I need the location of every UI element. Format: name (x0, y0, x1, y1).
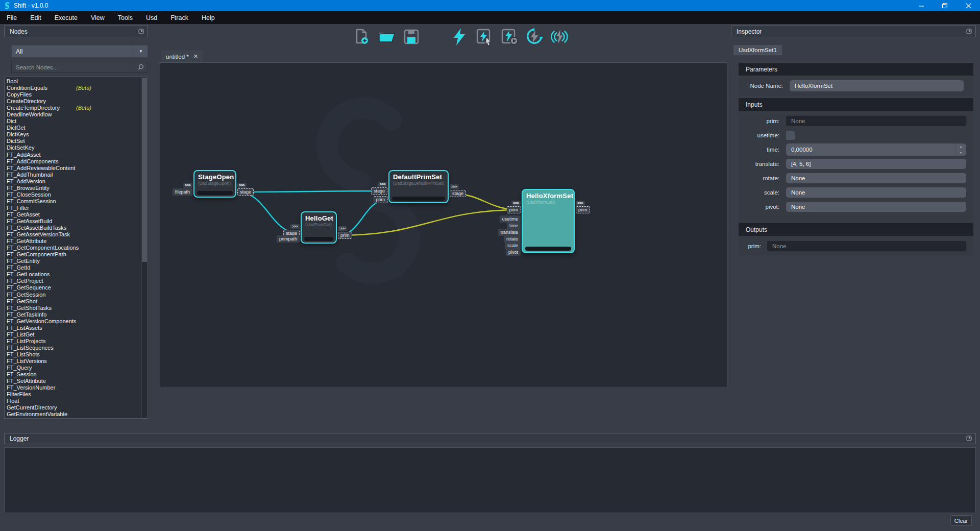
node-list-item[interactable]: FT_CommitSession (5, 198, 141, 205)
node-list-item[interactable]: DictSetKey (5, 144, 141, 151)
search-input[interactable]: Search Nodes... (11, 62, 148, 73)
menu-execute[interactable]: Execute (48, 11, 84, 24)
rotate-field[interactable]: None (786, 173, 966, 183)
open-file-icon[interactable] (377, 28, 396, 46)
node-list-item[interactable]: CopyFiles (5, 91, 141, 98)
node-list-item[interactable]: FT_GetAssetBuildTasks (5, 225, 141, 231)
node-list-item[interactable]: CreateDirectory (5, 98, 141, 105)
tab-close-icon[interactable]: ✕ (193, 53, 198, 60)
input-port-primpath[interactable]: primpath (277, 235, 300, 243)
graph-node-StageOpen[interactable]: StageOpen(UsdStageOpen) (193, 170, 236, 198)
node-list-item[interactable]: FT_Query (5, 365, 141, 371)
node-list-item[interactable]: FT_ListGet (5, 331, 141, 338)
menu-edit[interactable]: Edit (23, 11, 48, 24)
input-arrows-badge[interactable]: >>> (290, 224, 300, 229)
node-list-item[interactable]: FT_AddThumbnail (5, 172, 141, 178)
node-list-item[interactable]: Float (5, 398, 141, 404)
node-list-item[interactable]: FT_GetProject (5, 278, 141, 284)
node-list-item[interactable]: Bool (5, 78, 141, 85)
input-port-usetime[interactable]: usetime (499, 215, 521, 223)
input-port-prim[interactable]: prim (374, 196, 388, 203)
node-list-item[interactable]: DeadlineWorkflow (5, 111, 141, 118)
input-port-translate[interactable]: translate (498, 229, 521, 236)
chevron-down-icon[interactable]: ▼ (134, 45, 148, 57)
time-field[interactable]: 0,00000▲▼ (786, 143, 966, 156)
node-list-item[interactable]: FT_GetEntity (5, 258, 141, 264)
scrollbar-thumb[interactable] (142, 78, 147, 262)
node-list-item[interactable]: FT_VersionNumber (5, 384, 141, 391)
menu-usd[interactable]: Usd (139, 11, 164, 24)
node-list-item[interactable]: FT_GetAssetVersionTask (5, 231, 141, 238)
new-file-icon[interactable] (352, 28, 371, 46)
input-arrows-badge[interactable]: >>> (511, 201, 521, 206)
node-name-field[interactable]: HelloXformSet (790, 80, 964, 91)
node-list-item[interactable]: DictKeys (5, 131, 141, 138)
node-list-item[interactable]: DictGet (5, 125, 141, 131)
graph-node-DefaultPrimSet[interactable]: DefaultPrimSet(UsdStageDefaultPrimSet) (388, 170, 449, 203)
output-port-prim[interactable]: prim (576, 206, 590, 213)
node-graph-canvas[interactable]: StageOpen(UsdStageOpen)>>>filepath>>>sta… (160, 62, 727, 388)
output-arrows-badge[interactable]: >>> (338, 226, 347, 231)
tab-untitled[interactable]: untitled * ✕ (161, 51, 203, 62)
node-list-item[interactable]: FT_GetAttribute (5, 238, 141, 245)
node-list-item[interactable]: GetCurrentDirectory (5, 404, 141, 411)
node-list-item[interactable]: FT_GetComponentLocations (5, 245, 141, 251)
input-port-prim[interactable]: prim (507, 206, 521, 213)
node-list-item[interactable]: FT_ListVersions (5, 358, 141, 365)
node-list-item[interactable]: Dict (5, 118, 141, 125)
input-port-rotate[interactable]: rotate (504, 235, 521, 243)
node-list-item[interactable]: FT_GetShot (5, 298, 141, 305)
close-button[interactable] (957, 0, 980, 11)
node-list-item[interactable]: FT_BrowseEntity (5, 185, 141, 191)
node-list-item[interactable]: FT_GetShotTasks (5, 305, 141, 311)
node-list-item[interactable]: FT_GetSequence (5, 284, 141, 291)
output-arrows-badge[interactable]: >>> (237, 183, 247, 188)
scale-field[interactable]: None (786, 187, 966, 198)
node-list-item[interactable]: FT_SetAttribute (5, 378, 141, 384)
execute-icon[interactable] (450, 28, 469, 46)
output-port-stage[interactable]: stage (450, 190, 466, 197)
node-list-item[interactable]: FT_GetAssetBuild (5, 218, 141, 225)
output-port-prim[interactable]: prim (338, 232, 352, 239)
menu-view[interactable]: View (84, 11, 111, 24)
node-list-item[interactable]: FT_ListProjects (5, 338, 141, 345)
node-list-item[interactable]: ConditionEquals(Beta) (5, 85, 141, 91)
execute-selected-icon[interactable] (475, 28, 494, 46)
node-list-item[interactable]: FT_GetVersionComponents (5, 318, 141, 325)
menu-file[interactable]: File (0, 11, 23, 24)
spinner-down-icon[interactable]: ▼ (955, 150, 966, 156)
live-execute-icon[interactable] (550, 28, 569, 46)
spinner-buttons[interactable]: ▲▼ (955, 143, 966, 156)
input-port-scale[interactable]: scale (505, 242, 521, 249)
inspector-node-tab[interactable]: UsdXformSet1 (733, 45, 782, 55)
prim-field[interactable]: None (786, 116, 966, 126)
popout-icon[interactable] (138, 27, 144, 36)
node-list-item[interactable]: FT_AddReviewableContent (5, 165, 141, 172)
graph-node-HelloGet[interactable]: HelloGet(UsdPrimGet) (301, 211, 337, 244)
node-list-item[interactable]: FT_Session (5, 371, 141, 378)
node-list-item[interactable]: FT_GetId (5, 264, 141, 271)
input-port-filepath[interactable]: filepath (173, 188, 192, 196)
input-arrows-badge[interactable]: >>> (183, 183, 192, 188)
node-list-item[interactable]: CreateTempDirectory(Beta) (5, 105, 141, 111)
node-list-item[interactable]: FT_AddAsset (5, 152, 141, 158)
node-list-item[interactable]: FT_GetAsset (5, 211, 141, 218)
restore-button[interactable] (933, 0, 957, 11)
node-list-item[interactable]: FT_ListAssets (5, 325, 141, 331)
node-list-item[interactable]: FilterFiles (5, 391, 141, 398)
clear-button[interactable]: Clear (950, 515, 972, 526)
popout-icon[interactable] (966, 27, 972, 36)
input-port-time[interactable]: time (507, 222, 521, 229)
node-list-item[interactable]: FT_AddVersion (5, 178, 141, 185)
input-port-pivot[interactable]: pivot (506, 249, 521, 256)
output-arrows-badge[interactable]: >>> (450, 184, 459, 189)
output-arrows-badge[interactable]: >>> (576, 201, 585, 206)
node-list-item[interactable]: FT_GetSession (5, 292, 141, 298)
node-list-item[interactable]: FT_GetComponentPath (5, 251, 141, 258)
spinner-up-icon[interactable]: ▲ (955, 143, 966, 150)
menu-tools[interactable]: Tools (111, 11, 139, 24)
input-arrows-badge[interactable]: >>> (378, 182, 387, 187)
node-list-item[interactable]: FT_GetLocations (5, 271, 141, 278)
node-list-item[interactable]: FT_GetTaskInfo (5, 311, 141, 318)
menu-ftrack[interactable]: Ftrack (164, 11, 195, 24)
